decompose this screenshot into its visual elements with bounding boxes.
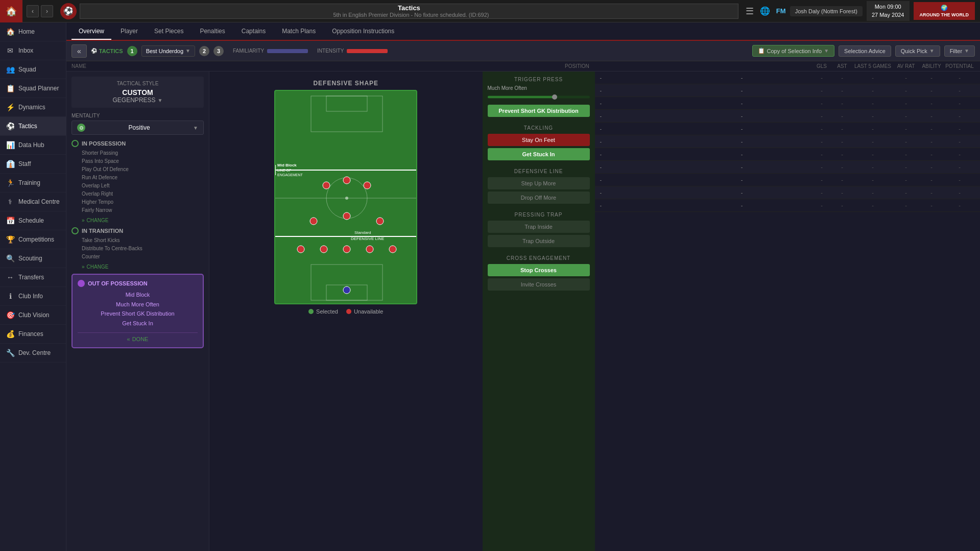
sidebar-item-club-vision[interactable]: 🎯 Club Vision — [0, 306, 66, 325]
selection-advice-button[interactable]: Selection Advice — [839, 45, 891, 57]
search-bar[interactable]: Tactics 5th in English Premier Division … — [80, 4, 738, 19]
col-ast: AST — [832, 63, 852, 69]
sidebar-item-competitions[interactable]: 🏆 Competitions — [0, 230, 66, 249]
player-ability: - — [919, 164, 944, 170]
table-row[interactable]: - - - - - - - - — [595, 161, 981, 174]
get-stuck-in-button[interactable]: Get Stuck In — [488, 148, 590, 160]
player-potential: - — [944, 202, 975, 208]
tab-captains[interactable]: Captains — [234, 23, 273, 40]
player-ability: - — [919, 177, 944, 183]
invite-crosses-button[interactable]: Invite Crosses — [488, 278, 590, 291]
player-ability: - — [919, 151, 944, 157]
dev-centre-icon: 🔧 — [6, 349, 14, 357]
table-row[interactable]: - - - - - - - - — [595, 97, 981, 110]
player-gls: - — [811, 113, 832, 119]
filter-button[interactable]: Filter ▼ — [944, 45, 975, 57]
tactic-name-dropdown[interactable]: Best Underdog ▼ — [141, 45, 195, 57]
sidebar-item-dev-centre[interactable]: 🔧 Dev. Centre — [0, 344, 66, 363]
style-expand-icon[interactable]: ▼ — [158, 98, 163, 103]
sidebar-item-tactics[interactable]: ⚽ Tactics — [0, 117, 66, 136]
table-row[interactable]: - - - - - - - - — [595, 148, 981, 161]
quick-pick-button[interactable]: Quick Pick ▼ — [895, 45, 940, 57]
player-gls: - — [811, 75, 832, 81]
sidebar-item-medical[interactable]: ⚕ Medical Centre — [0, 193, 66, 211]
tactic-style-name: CUSTOM — [76, 88, 200, 97]
table-row[interactable]: - - - - - - - - — [595, 123, 981, 135]
stop-crosses-button[interactable]: Stop Crosses — [488, 264, 590, 276]
slot-2-button[interactable]: 2 — [199, 46, 209, 56]
sidebar-item-club-info[interactable]: ℹ Club Info — [0, 287, 66, 306]
done-button[interactable]: « DONE — [78, 332, 198, 342]
globe-icon[interactable]: 🌐 — [760, 6, 770, 16]
player-potential: - — [944, 189, 975, 196]
tab-set-pieces[interactable]: Set Pieces — [147, 23, 190, 40]
drop-off-more-button[interactable]: Drop Off More — [488, 191, 590, 204]
sidebar-item-inbox[interactable]: ✉ Inbox — [0, 41, 66, 60]
mentality-section-label: MENTALITY — [71, 113, 204, 118]
intensity-section: INTENSITY — [317, 48, 388, 54]
player-last5: - — [852, 87, 893, 93]
copy-selection-button[interactable]: 📋 Copy of Selection Info ▼ — [752, 45, 835, 57]
tab-penalties[interactable]: Penalties — [193, 23, 232, 40]
table-row[interactable]: - - - - - - - - — [595, 174, 981, 186]
sidebar-item-finances[interactable]: 💰 Finances — [0, 325, 66, 344]
sidebar-item-scouting[interactable]: 🔍 Scouting — [0, 249, 66, 268]
table-row[interactable]: - - - - - - - - — [595, 110, 981, 123]
manager-name-display[interactable]: Josh Daly (Nottm Forest) — [790, 6, 863, 16]
player-ability: - — [919, 138, 944, 145]
sidebar-item-squad[interactable]: 👥 Squad — [0, 60, 66, 79]
player-potential: - — [944, 177, 975, 183]
player-last5: - — [852, 113, 893, 119]
in-possession-change-button[interactable]: » CHANGE — [82, 218, 204, 223]
around-world-button[interactable]: 🌍 AROUND THE WORLD — [914, 2, 975, 20]
sidebar-item-training[interactable]: 🏃 Training — [0, 174, 66, 193]
oop-item-2: Much More Often — [78, 300, 198, 309]
squad-icon: 👥 — [6, 65, 14, 74]
trigger-track — [488, 96, 590, 99]
table-row[interactable]: - - - - - - - - — [595, 199, 981, 212]
tab-player[interactable]: Player — [113, 23, 145, 40]
prevent-gk-button[interactable]: Prevent Short GK Distribution — [488, 105, 590, 117]
table-row[interactable]: - - - - - - - - — [595, 84, 981, 97]
nav-back-button[interactable]: ‹ — [27, 5, 39, 17]
trigger-thumb[interactable] — [552, 94, 557, 100]
player-last5: - — [852, 189, 893, 196]
player-name: - — [600, 151, 741, 157]
nav-forward-button[interactable]: › — [41, 5, 53, 17]
player-last5: - — [852, 75, 893, 81]
sidebar-item-squad-planner[interactable]: 📋 Squad Planner — [0, 79, 66, 98]
table-row[interactable]: - - - - - - - - — [595, 71, 981, 84]
mentality-dropdown[interactable]: ⚙ Positive ▼ — [71, 121, 204, 135]
tactic-back-button[interactable]: « — [71, 44, 87, 58]
tab-overview[interactable]: Overview — [71, 23, 111, 40]
slot-1-button[interactable]: 1 — [127, 46, 137, 56]
home-nav-button[interactable]: 🏠 — [0, 0, 22, 22]
table-row[interactable]: - - - - - - - - — [595, 135, 981, 148]
sidebar-item-dynamics[interactable]: ⚡ Dynamics — [0, 98, 66, 117]
player-ability: - — [919, 126, 944, 132]
svg-point-23 — [343, 212, 350, 220]
tab-match-plans[interactable]: Match Plans — [275, 23, 323, 40]
sidebar-item-transfers[interactable]: ↔ Transfers — [0, 268, 66, 287]
slot-3-button[interactable]: 3 — [213, 46, 224, 56]
hamburger-icon[interactable]: ☰ — [744, 4, 756, 19]
player-avrat: - — [893, 189, 919, 196]
sidebar-item-home[interactable]: 🏠 Home — [0, 22, 66, 41]
trigger-slider[interactable] — [488, 92, 590, 102]
player-gls: - — [811, 87, 832, 93]
tactics-badge: ⚽ TACTICS — [91, 48, 123, 54]
in-transition-change-button[interactable]: » CHANGE — [82, 264, 204, 270]
trap-inside-button[interactable]: Trap Inside — [488, 221, 590, 233]
stay-on-feet-button[interactable]: Stay On Feet — [488, 134, 590, 146]
in-possession-circle — [71, 140, 79, 147]
sidebar-item-schedule[interactable]: 📅 Schedule — [0, 211, 66, 230]
svg-rect-1 — [326, 96, 367, 111]
sidebar-item-staff[interactable]: 👔 Staff — [0, 155, 66, 174]
tab-opposition-instructions[interactable]: Opposition Instructions — [325, 23, 401, 40]
toolbar: « ⚽ TACTICS 1 Best Underdog ▼ 2 3 FAMILI… — [66, 41, 980, 61]
sidebar-item-data-hub[interactable]: 📊 Data Hub — [0, 136, 66, 155]
table-row[interactable]: - - - - - - - - — [595, 186, 981, 199]
step-up-more-button[interactable]: Step Up More — [488, 177, 590, 189]
trap-outside-button[interactable]: Trap Outside — [488, 235, 590, 247]
col-ability: ABILITY — [919, 63, 944, 69]
